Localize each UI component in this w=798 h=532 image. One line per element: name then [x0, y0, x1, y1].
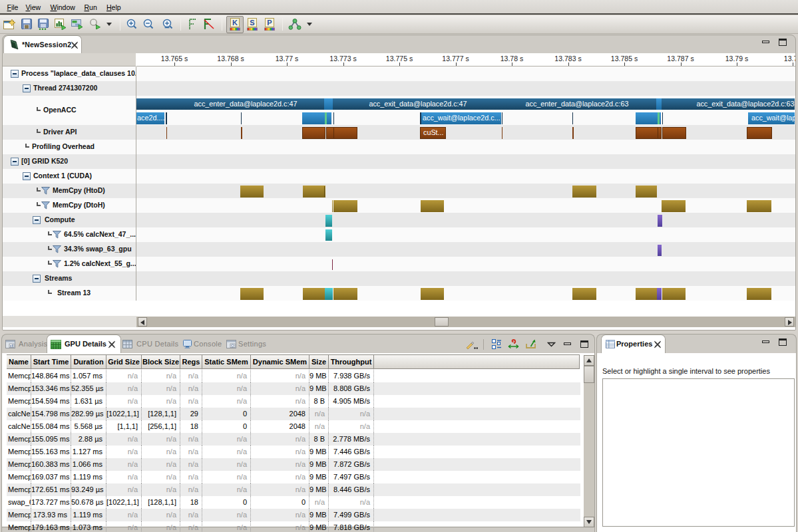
svg-text:K: K	[232, 19, 238, 27]
svg-text:S: S	[250, 19, 254, 27]
svg-text:P: P	[267, 19, 272, 27]
